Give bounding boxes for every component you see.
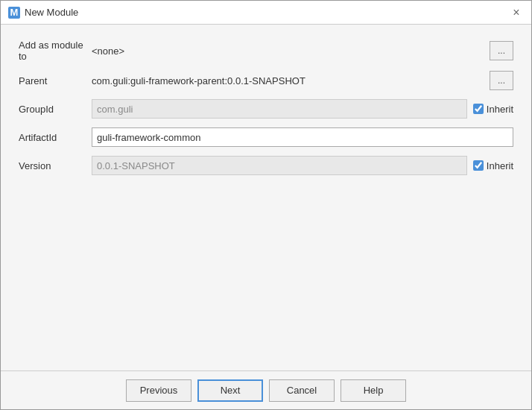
close-button[interactable]: × xyxy=(509,5,524,20)
form-spacer xyxy=(19,184,513,356)
window-title: New Module xyxy=(25,7,78,18)
artifactid-container xyxy=(92,127,513,147)
groupid-inherit-row: Inherit xyxy=(473,104,513,115)
version-row: Version Inherit xyxy=(19,156,513,175)
parent-value: com.guli:guli-framework-parent:0.0.1-SNA… xyxy=(92,75,305,86)
previous-button[interactable]: Previous xyxy=(126,379,191,402)
new-module-dialog: M New Module × Add as module to <none> .… xyxy=(0,0,532,410)
version-label: Version xyxy=(19,160,86,171)
window-icon: M xyxy=(8,7,20,19)
title-bar-left: M New Module xyxy=(8,7,78,19)
groupid-inherit-checkbox[interactable] xyxy=(473,104,484,114)
groupid-label: GroupId xyxy=(19,104,86,115)
version-inherit-checkbox[interactable] xyxy=(473,160,484,171)
artifactid-row: ArtifactId xyxy=(19,127,513,147)
parent-container: com.guli:guli-framework-parent:0.0.1-SNA… xyxy=(92,75,484,86)
version-inherit-label[interactable]: Inherit xyxy=(487,160,513,171)
button-bar: Previous Next Cancel Help xyxy=(1,370,531,409)
add-as-module-container: <none> xyxy=(92,45,484,57)
groupid-input[interactable] xyxy=(92,99,467,119)
parent-browse-button[interactable]: ... xyxy=(490,71,513,90)
title-bar: M New Module × xyxy=(1,1,531,25)
artifactid-label: ArtifactId xyxy=(19,132,86,143)
add-as-module-browse-button[interactable]: ... xyxy=(490,41,513,60)
cancel-button[interactable]: Cancel xyxy=(269,379,335,402)
add-as-module-row: Add as module to <none> ... xyxy=(19,40,513,62)
parent-label: Parent xyxy=(19,75,86,86)
version-inherit-row: Inherit xyxy=(473,160,513,171)
help-button[interactable]: Help xyxy=(341,379,406,402)
add-as-module-value: <none> xyxy=(92,45,124,57)
add-as-module-label: Add as module to xyxy=(19,40,86,62)
artifactid-input[interactable] xyxy=(92,127,513,147)
groupid-row: GroupId Inherit xyxy=(19,99,513,119)
parent-row: Parent com.guli:guli-framework-parent:0.… xyxy=(19,71,513,90)
form-content: Add as module to <none> ... Parent com.g… xyxy=(1,25,531,370)
groupid-inherit-label[interactable]: Inherit xyxy=(487,104,513,115)
version-input[interactable] xyxy=(92,156,467,175)
groupid-container xyxy=(92,99,467,119)
version-container xyxy=(92,156,467,175)
next-button[interactable]: Next xyxy=(197,379,263,402)
